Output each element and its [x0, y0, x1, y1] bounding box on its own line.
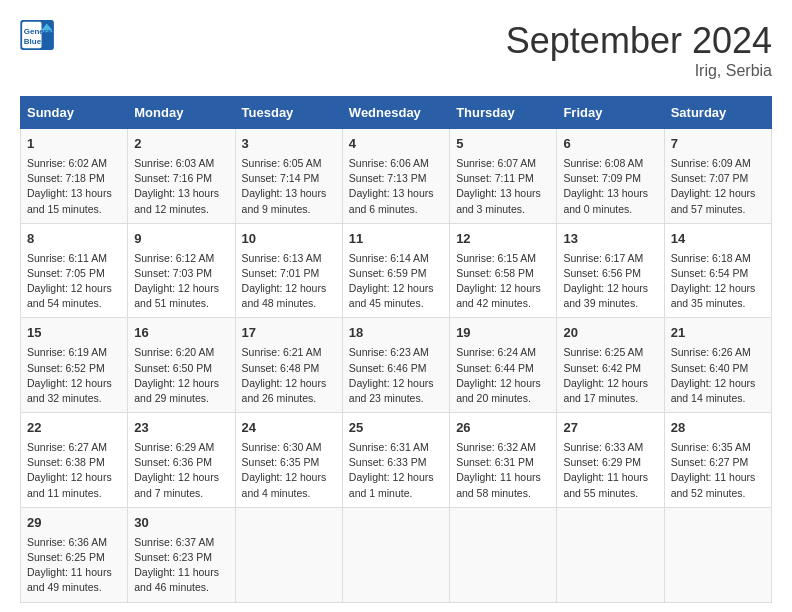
day-number: 17 [242, 324, 336, 343]
day-info: Sunrise: 6:33 AMSunset: 6:29 PMDaylight:… [563, 440, 657, 501]
day-number: 10 [242, 230, 336, 249]
day-info: Sunrise: 6:07 AMSunset: 7:11 PMDaylight:… [456, 156, 550, 217]
day-number: 16 [134, 324, 228, 343]
day-number: 25 [349, 419, 443, 438]
day-info: Sunrise: 6:37 AMSunset: 6:23 PMDaylight:… [134, 535, 228, 596]
title-block: September 2024 Irig, Serbia [506, 20, 772, 80]
svg-text:General: General [24, 27, 54, 36]
weekday-header-monday: Monday [128, 97, 235, 129]
day-info: Sunrise: 6:27 AMSunset: 6:38 PMDaylight:… [27, 440, 121, 501]
weekday-header-tuesday: Tuesday [235, 97, 342, 129]
day-info: Sunrise: 6:29 AMSunset: 6:36 PMDaylight:… [134, 440, 228, 501]
calendar-cell: 24Sunrise: 6:30 AMSunset: 6:35 PMDayligh… [235, 413, 342, 508]
week-row-1: 1Sunrise: 6:02 AMSunset: 7:18 PMDaylight… [21, 129, 772, 224]
day-number: 7 [671, 135, 765, 154]
day-number: 19 [456, 324, 550, 343]
day-number: 23 [134, 419, 228, 438]
calendar-cell: 13Sunrise: 6:17 AMSunset: 6:56 PMDayligh… [557, 223, 664, 318]
calendar-cell: 1Sunrise: 6:02 AMSunset: 7:18 PMDaylight… [21, 129, 128, 224]
day-info: Sunrise: 6:18 AMSunset: 6:54 PMDaylight:… [671, 251, 765, 312]
calendar-cell: 23Sunrise: 6:29 AMSunset: 6:36 PMDayligh… [128, 413, 235, 508]
day-info: Sunrise: 6:11 AMSunset: 7:05 PMDaylight:… [27, 251, 121, 312]
day-info: Sunrise: 6:30 AMSunset: 6:35 PMDaylight:… [242, 440, 336, 501]
day-info: Sunrise: 6:15 AMSunset: 6:58 PMDaylight:… [456, 251, 550, 312]
day-number: 27 [563, 419, 657, 438]
logo-icon: General Blue [20, 20, 56, 50]
day-number: 2 [134, 135, 228, 154]
day-number: 18 [349, 324, 443, 343]
calendar-cell: 22Sunrise: 6:27 AMSunset: 6:38 PMDayligh… [21, 413, 128, 508]
week-row-2: 8Sunrise: 6:11 AMSunset: 7:05 PMDaylight… [21, 223, 772, 318]
day-info: Sunrise: 6:21 AMSunset: 6:48 PMDaylight:… [242, 345, 336, 406]
calendar-cell [664, 507, 771, 602]
day-number: 24 [242, 419, 336, 438]
day-info: Sunrise: 6:17 AMSunset: 6:56 PMDaylight:… [563, 251, 657, 312]
day-number: 5 [456, 135, 550, 154]
calendar-cell: 6Sunrise: 6:08 AMSunset: 7:09 PMDaylight… [557, 129, 664, 224]
weekday-header-wednesday: Wednesday [342, 97, 449, 129]
svg-text:Blue: Blue [24, 37, 42, 46]
day-number: 9 [134, 230, 228, 249]
calendar-cell: 2Sunrise: 6:03 AMSunset: 7:16 PMDaylight… [128, 129, 235, 224]
day-number: 20 [563, 324, 657, 343]
calendar-cell: 14Sunrise: 6:18 AMSunset: 6:54 PMDayligh… [664, 223, 771, 318]
day-info: Sunrise: 6:03 AMSunset: 7:16 PMDaylight:… [134, 156, 228, 217]
day-info: Sunrise: 6:32 AMSunset: 6:31 PMDaylight:… [456, 440, 550, 501]
weekday-header-saturday: Saturday [664, 97, 771, 129]
day-info: Sunrise: 6:14 AMSunset: 6:59 PMDaylight:… [349, 251, 443, 312]
day-number: 12 [456, 230, 550, 249]
day-number: 21 [671, 324, 765, 343]
day-number: 26 [456, 419, 550, 438]
day-number: 14 [671, 230, 765, 249]
calendar-cell: 5Sunrise: 6:07 AMSunset: 7:11 PMDaylight… [450, 129, 557, 224]
day-info: Sunrise: 6:19 AMSunset: 6:52 PMDaylight:… [27, 345, 121, 406]
day-number: 3 [242, 135, 336, 154]
calendar-cell: 4Sunrise: 6:06 AMSunset: 7:13 PMDaylight… [342, 129, 449, 224]
logo: General Blue [20, 20, 56, 50]
calendar-cell: 30Sunrise: 6:37 AMSunset: 6:23 PMDayligh… [128, 507, 235, 602]
calendar-cell: 19Sunrise: 6:24 AMSunset: 6:44 PMDayligh… [450, 318, 557, 413]
day-number: 28 [671, 419, 765, 438]
calendar-cell: 3Sunrise: 6:05 AMSunset: 7:14 PMDaylight… [235, 129, 342, 224]
calendar-table: SundayMondayTuesdayWednesdayThursdayFrid… [20, 96, 772, 603]
day-info: Sunrise: 6:25 AMSunset: 6:42 PMDaylight:… [563, 345, 657, 406]
day-info: Sunrise: 6:35 AMSunset: 6:27 PMDaylight:… [671, 440, 765, 501]
calendar-cell: 12Sunrise: 6:15 AMSunset: 6:58 PMDayligh… [450, 223, 557, 318]
day-number: 1 [27, 135, 121, 154]
calendar-cell: 27Sunrise: 6:33 AMSunset: 6:29 PMDayligh… [557, 413, 664, 508]
month-title: September 2024 [506, 20, 772, 62]
day-number: 13 [563, 230, 657, 249]
day-info: Sunrise: 6:26 AMSunset: 6:40 PMDaylight:… [671, 345, 765, 406]
day-number: 11 [349, 230, 443, 249]
weekday-header-friday: Friday [557, 97, 664, 129]
day-info: Sunrise: 6:36 AMSunset: 6:25 PMDaylight:… [27, 535, 121, 596]
calendar-cell: 7Sunrise: 6:09 AMSunset: 7:07 PMDaylight… [664, 129, 771, 224]
week-row-3: 15Sunrise: 6:19 AMSunset: 6:52 PMDayligh… [21, 318, 772, 413]
day-info: Sunrise: 6:13 AMSunset: 7:01 PMDaylight:… [242, 251, 336, 312]
day-number: 30 [134, 514, 228, 533]
day-number: 6 [563, 135, 657, 154]
calendar-cell [557, 507, 664, 602]
calendar-cell: 15Sunrise: 6:19 AMSunset: 6:52 PMDayligh… [21, 318, 128, 413]
page-header: General Blue September 2024 Irig, Serbia [20, 20, 772, 80]
day-number: 22 [27, 419, 121, 438]
day-number: 4 [349, 135, 443, 154]
day-info: Sunrise: 6:09 AMSunset: 7:07 PMDaylight:… [671, 156, 765, 217]
day-number: 8 [27, 230, 121, 249]
day-info: Sunrise: 6:20 AMSunset: 6:50 PMDaylight:… [134, 345, 228, 406]
calendar-cell [235, 507, 342, 602]
weekday-header-row: SundayMondayTuesdayWednesdayThursdayFrid… [21, 97, 772, 129]
weekday-header-sunday: Sunday [21, 97, 128, 129]
calendar-cell: 17Sunrise: 6:21 AMSunset: 6:48 PMDayligh… [235, 318, 342, 413]
day-number: 15 [27, 324, 121, 343]
calendar-cell: 16Sunrise: 6:20 AMSunset: 6:50 PMDayligh… [128, 318, 235, 413]
calendar-cell: 21Sunrise: 6:26 AMSunset: 6:40 PMDayligh… [664, 318, 771, 413]
calendar-cell: 25Sunrise: 6:31 AMSunset: 6:33 PMDayligh… [342, 413, 449, 508]
day-info: Sunrise: 6:06 AMSunset: 7:13 PMDaylight:… [349, 156, 443, 217]
calendar-cell: 18Sunrise: 6:23 AMSunset: 6:46 PMDayligh… [342, 318, 449, 413]
calendar-cell: 8Sunrise: 6:11 AMSunset: 7:05 PMDaylight… [21, 223, 128, 318]
day-info: Sunrise: 6:23 AMSunset: 6:46 PMDaylight:… [349, 345, 443, 406]
weekday-header-thursday: Thursday [450, 97, 557, 129]
calendar-cell: 28Sunrise: 6:35 AMSunset: 6:27 PMDayligh… [664, 413, 771, 508]
calendar-cell: 26Sunrise: 6:32 AMSunset: 6:31 PMDayligh… [450, 413, 557, 508]
